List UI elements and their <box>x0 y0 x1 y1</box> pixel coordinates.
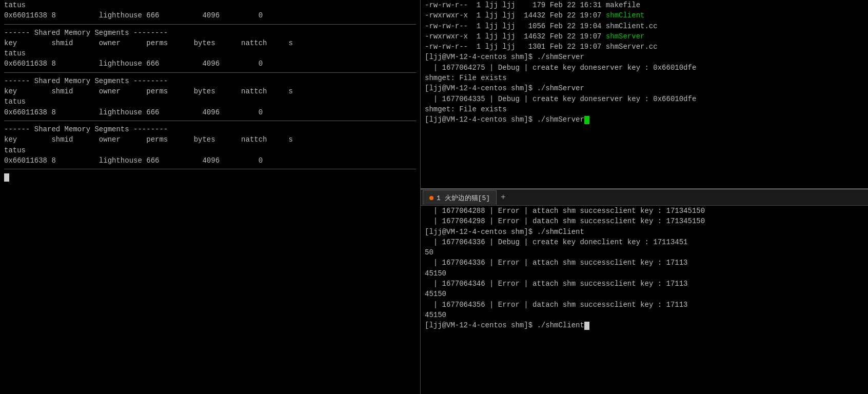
left-terminal: tatus 0x66011638 8 lighthouse 666 4096 0… <box>0 0 421 394</box>
line-wrap-4: 45150 <box>425 311 446 319</box>
left-cursor-line <box>4 172 416 183</box>
right-top-content: -rw-rw-r-- 1 ljj ljj 179 Feb 22 16:31 ma… <box>425 0 864 125</box>
left-block-3: ------ Shared Memory Segments -------- k… <box>4 124 416 166</box>
tab-dot-icon <box>429 196 433 200</box>
tab-plus-button[interactable]: + <box>497 191 510 204</box>
shm-server-link: shmServer <box>606 32 645 41</box>
right-panel: -rw-rw-r-- 1 ljj ljj 179 Feb 22 16:31 ma… <box>421 0 868 394</box>
left-block-1: ------ Shared Memory Segments -------- k… <box>4 28 416 69</box>
line-wrap-1: 50 <box>425 248 433 257</box>
right-bottom-content: | 1677064288 | Error | attach shm succes… <box>425 206 864 331</box>
left-terminal-content: tatus 0x66011638 8 lighthouse 666 4096 0 <box>4 0 416 21</box>
left-block-2: ------ Shared Memory Segments -------- k… <box>4 76 416 117</box>
tab-label: 1 火炉边的猫[5] <box>437 193 490 203</box>
line-wrap-2: 45150 <box>425 269 446 278</box>
tab-bar: 1 火炉边的猫[5] + <box>421 189 868 206</box>
right-bottom-terminal: | 1677064288 | Error | attach shm succes… <box>421 206 868 394</box>
right-top-terminal: -rw-rw-r-- 1 ljj ljj 179 Feb 22 16:31 ma… <box>421 0 868 189</box>
left-status-1: tatus 0x66011638 8 lighthouse 666 4096 0 <box>4 1 263 19</box>
right-top-cursor <box>584 116 589 124</box>
tab-fire-cat[interactable]: 1 火炉边的猫[5] <box>423 190 497 205</box>
right-bottom-cursor <box>584 322 589 330</box>
line-wrap-3: 45150 <box>425 290 446 298</box>
shm-client-link: shmClient <box>606 11 645 19</box>
